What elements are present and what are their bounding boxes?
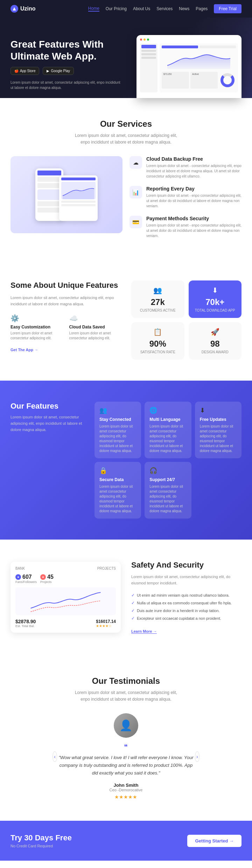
features-cards-grid: 👥 Stay Connected Lorem ipsum dolor sit a… <box>94 402 241 519</box>
nav-link-news[interactable]: News <box>179 6 189 11</box>
safety-title: Safety And Security <box>131 561 241 570</box>
check-icon-3: ✓ <box>131 608 135 613</box>
safety-section: BANK PROJECTS ● 607 Fans/Followers ● 45 <box>0 540 252 655</box>
safety-right: Safety And Security Lorem ipsum dolor si… <box>131 561 241 634</box>
phone-row-4 <box>37 201 61 206</box>
nav-link-pages[interactable]: Pages <box>196 6 208 11</box>
service-text-2: Lorem ipsum dolor sit amet - enpo consec… <box>146 193 241 209</box>
tablet-row-2 <box>61 201 96 203</box>
testimonial-next-button[interactable]: › <box>195 751 200 762</box>
phone-row-5 <box>37 208 61 213</box>
feature-card-connected: 👥 Stay Connected Lorem ipsum dolor sit a… <box>94 402 141 458</box>
stat-num-award: 98 <box>194 339 236 349</box>
dash-header-right: PROJECTS <box>97 567 116 570</box>
cta-subtitle: No Credit Card Required <box>10 844 72 848</box>
feature-card-text-4: Lorem ipsum dolor sit amet consectetur a… <box>99 484 136 514</box>
mockup-stats-row: $71150 Active <box>162 72 236 89</box>
feature-card-multilang: 🌐 Multi Language Lorem ipsum dolor sit a… <box>145 402 191 458</box>
hero-section: Great Features With Ultimate Web App. 🍎 … <box>0 18 252 98</box>
dash-chart-svg <box>15 587 116 615</box>
stats-grid: 👥 27k CUSTOMERS ACTIVE ⬇ 70k+ TOTAL DOWN… <box>131 280 241 360</box>
downloads-icon: ⬇ <box>194 286 236 294</box>
projects-num-label: Projects <box>40 580 54 584</box>
mockup-chart-svg <box>162 50 236 69</box>
sidebar-item-1 <box>141 50 156 52</box>
bank-label: BANK <box>15 567 25 570</box>
dash-projects-row: ● 45 <box>40 574 54 580</box>
testimonial-name: John Smith <box>57 783 195 788</box>
hero-badges: 🍎 App Store ▶ Google Play <box>10 67 122 75</box>
dash-fans: ● 607 Fans/Followers <box>15 574 37 584</box>
service-item-1: ☁ Cloud Data Backup Free Lorem ipsum dol… <box>130 156 241 179</box>
stat-num-satisfaction: 90% <box>137 339 179 349</box>
safety-left: BANK PROJECTS ● 607 Fans/Followers ● 45 <box>10 562 121 633</box>
sidebar-item-3 <box>141 57 156 59</box>
services-left <box>10 156 122 238</box>
unique-inner: Some About Unique Features Lorem ipsum d… <box>10 280 241 360</box>
updates-icon: ⬇ <box>200 407 237 414</box>
dash-price-section: $2878.90 Est. Total Bal. <box>15 619 36 628</box>
dot-yellow <box>144 39 146 41</box>
feature-card-support: 🎧 Support 24/7 Lorem ipsum dolor sit ame… <box>145 462 191 519</box>
fans-num: 607 <box>22 574 32 580</box>
stat-mini-2: Active <box>190 72 218 89</box>
customers-icon: 👥 <box>137 286 179 294</box>
testimonials-header: Our Testimonials Lorem ipsum dolor sit a… <box>10 676 241 703</box>
nav-link-home[interactable]: Home <box>88 6 99 12</box>
app-store-badge[interactable]: 🍎 App Store <box>10 67 39 75</box>
dash-footer: $2878.90 Est. Total Bal. $16017.14 ★★★★☆ <box>15 619 116 628</box>
feature-sub-text-2: Lorem ipsum dolor et amet consectetur ad… <box>69 331 121 341</box>
nav-link-pricing[interactable]: Our Pricing <box>106 6 127 11</box>
unique-right: 👥 27k CUSTOMERS ACTIVE ⬇ 70k+ TOTAL DOWN… <box>131 280 241 360</box>
cloud-save-icon: ☁️ <box>69 314 121 322</box>
features-blue-left: Our Features Lorem ipsum dolor sit amet,… <box>10 402 84 519</box>
cta-button[interactable]: Getting Started → <box>187 835 241 847</box>
service-content-2: Reporting Every Day Lorem ipsum dolor si… <box>146 186 241 209</box>
hero-title: Great Features With Ultimate Web App. <box>10 39 122 62</box>
stat-label-satisfaction: SATISFACTION RATE <box>137 350 179 354</box>
testimonial-prev-button[interactable]: ‹ <box>52 751 57 762</box>
services-phone-image <box>10 156 122 233</box>
safety-desc: Lorem ipsum dolor sit amet, consectetur … <box>131 574 241 586</box>
learn-more-link[interactable]: Learn More → <box>131 629 157 634</box>
service-title-3: Payment Methods Security <box>146 216 241 221</box>
features-blue-desc: Lorem ipsum dolor sit amet, consectetur … <box>10 414 84 433</box>
fans-icon: ● <box>15 574 21 580</box>
sidebar-item-2 <box>141 53 156 55</box>
service-text-1: Lorem ipsum dolor sit amet - consectetur… <box>146 163 241 179</box>
navbar: ▲ Uzino Home Our Pricing About Us Servic… <box>0 0 252 18</box>
safety-list-item-2: ✓ Nulla ut aliqua ex ea commodo consequa… <box>131 599 241 607</box>
features-blue-section: Our Features Lorem ipsum dolor sit amet,… <box>0 381 252 540</box>
get-app-link[interactable]: Get The App → <box>10 348 38 352</box>
dash-projects: ● 45 Projects <box>40 574 54 584</box>
mockup-donut <box>220 73 234 87</box>
stat-card-downloads: ⬇ 70k+ TOTAL DOWNLOAD APP <box>189 280 242 318</box>
testimonial-quote: "Wow what great service. I love it! I wi… <box>57 754 195 777</box>
projects-icon: ● <box>40 574 46 580</box>
support-icon: 🎧 <box>149 467 186 474</box>
mockup-bar-1 <box>162 46 198 48</box>
features-blue-right: 👥 Stay Connected Lorem ipsum dolor sit a… <box>94 402 241 519</box>
secure-icon: 🔒 <box>99 467 136 474</box>
dash-price-label: Est. Total Bal. <box>15 624 36 628</box>
mockup-sidebar <box>140 43 158 92</box>
google-play-badge[interactable]: ▶ Google Play <box>43 67 74 75</box>
testimonial-content: 👤 ❝ "Wow what great service. I love it! … <box>57 713 195 800</box>
sidebar-highlight <box>141 45 156 48</box>
free-trial-button[interactable]: Free Trial <box>214 4 241 13</box>
testimonial-stars: ★★★★★ <box>57 794 195 800</box>
service-item-3: 💳 Payment Methods Security Lorem ipsum d… <box>130 216 241 238</box>
stat-card-satisfaction: 📋 90% SATISFACTION RATE <box>131 322 184 360</box>
projects-num: 45 <box>47 574 54 580</box>
nav-link-services[interactable]: Services <box>156 6 173 11</box>
tablet-mockup <box>59 175 98 221</box>
phone-tablet-mockups <box>32 165 101 224</box>
apple-icon: 🍎 <box>14 69 19 73</box>
feature-card-title-5: Support 24/7 <box>149 477 186 482</box>
testimonials-desc: Lorem ipsum dolor sit amet, consectetur … <box>74 689 178 703</box>
satisfaction-icon: 📋 <box>137 328 179 336</box>
services-right: ☁ Cloud Data Backup Free Lorem ipsum dol… <box>130 156 241 238</box>
testimonial-avatar: 👤 <box>114 713 138 738</box>
stat-label-award: DESIGN AWARD <box>194 350 236 354</box>
nav-link-about[interactable]: About Us <box>133 6 150 11</box>
